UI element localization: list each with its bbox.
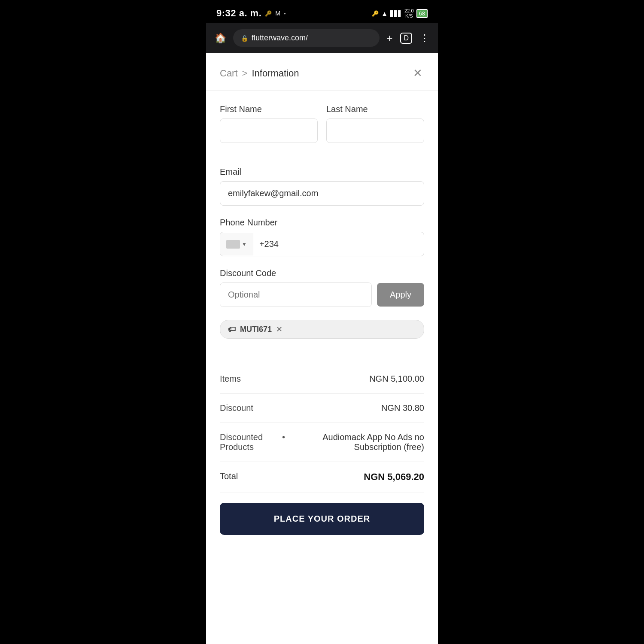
last-name-group: Last Name [326, 104, 424, 143]
home-button[interactable]: 🏠 [215, 33, 226, 44]
signal-icon: ▋▋▋ [390, 10, 402, 17]
close-button[interactable]: ✕ [411, 65, 424, 82]
phone-flag-selector[interactable]: ▼ [220, 233, 253, 255]
first-name-input[interactable] [220, 118, 318, 143]
email-group: Email [220, 167, 424, 206]
applied-code-text: MUTI671 [240, 325, 272, 334]
discount-label: Discount Code [220, 268, 424, 278]
flag-dropdown-arrow: ▼ [242, 241, 247, 247]
breadcrumb-separator: > [242, 68, 248, 79]
add-tab-button[interactable]: + [386, 32, 392, 44]
menu-button[interactable]: ⋮ [420, 33, 429, 44]
order-summary: Items NGN 5,100.00 Discount NGN 30.80 Di… [206, 365, 438, 492]
items-value: NGN 5,100.00 [369, 374, 424, 384]
status-icons: 🔑 [265, 10, 272, 17]
dot-icon: ● [284, 12, 286, 15]
form-section: First Name Last Name Email Phone Number [206, 91, 438, 352]
discounted-products-list: • Audiomack App No Ads no Subscription (… [282, 432, 424, 452]
apply-button[interactable]: Apply [377, 283, 424, 307]
phone-input-wrapper: ▼ [220, 232, 424, 256]
status-left: 9:32 a. m. 🔑 M ● [216, 8, 286, 19]
last-name-label: Last Name [326, 104, 424, 114]
email-input[interactable] [220, 181, 424, 206]
phone-label: Phone Number [220, 218, 424, 228]
bullet-icon: • [282, 432, 285, 442]
discount-row: Apply [220, 283, 424, 307]
flag-icon [226, 240, 240, 249]
discounted-products-label: Discounted Products [220, 432, 282, 452]
last-name-input[interactable] [326, 118, 424, 143]
page-content: Cart > Information ✕ First Name Last Nam… [206, 53, 438, 644]
place-order-button[interactable]: PLACE YOUR ORDER [220, 503, 424, 535]
name-row: First Name Last Name [220, 104, 424, 155]
discount-input-wrapper [220, 283, 372, 307]
discounted-products-row: Discounted Products • Audiomack App No A… [220, 423, 424, 462]
browser-actions: + D ⋮ [386, 32, 429, 44]
remove-tag-button[interactable]: ✕ [276, 325, 283, 334]
discount-value: NGN 30.80 [381, 403, 424, 413]
browser-bar: 🏠 🔒 flutterwave.com/ + D ⋮ [206, 23, 438, 53]
status-right: 🔑 ▲ ▋▋▋ 22.0K/S 68 [372, 8, 428, 18]
battery-level: 68 [416, 9, 428, 18]
mail-icon: M [275, 10, 280, 17]
tab-switcher-button[interactable]: D [400, 33, 412, 44]
total-value: NGN 5,069.20 [364, 471, 424, 483]
discount-label-summary: Discount [220, 403, 253, 413]
cta-section: PLACE YOUR ORDER [206, 492, 438, 552]
breadcrumb-current: Information [252, 68, 299, 79]
status-bar: 9:32 a. m. 🔑 M ● 🔑 ▲ ▋▋▋ 22.0K/S 68 [206, 0, 438, 23]
wifi-icon: ▲ [381, 10, 388, 17]
url-text: flutterwave.com/ [252, 33, 308, 43]
email-label: Email [220, 167, 424, 177]
discount-row-summary: Discount NGN 30.80 [220, 394, 424, 423]
breadcrumb: Cart > Information [220, 68, 299, 79]
items-label: Items [220, 374, 241, 384]
phone-frame: 9:32 a. m. 🔑 M ● 🔑 ▲ ▋▋▋ 22.0K/S 68 🏠 🔒 … [206, 0, 438, 644]
discount-applied-tag: 🏷 MUTI671 ✕ [220, 320, 424, 339]
phone-group: Phone Number ▼ [220, 218, 424, 256]
lock-icon: 🔒 [241, 35, 248, 42]
first-name-group: First Name [220, 104, 318, 143]
breadcrumb-cart[interactable]: Cart [220, 68, 238, 79]
first-name-label: First Name [220, 104, 318, 114]
data-speed: 22.0K/S [404, 8, 413, 18]
items-row: Items NGN 5,100.00 [220, 365, 424, 394]
total-label: Total [220, 471, 238, 481]
discounted-product-text: Audiomack App No Ads no Subscription (fr… [289, 432, 424, 452]
phone-number-input[interactable] [253, 232, 424, 256]
page-header: Cart > Information ✕ [206, 53, 438, 91]
discount-code-input[interactable] [220, 283, 371, 307]
discounted-product-item: • Audiomack App No Ads no Subscription (… [282, 432, 424, 452]
discount-group: Discount Code Apply 🏷 MUTI671 ✕ [220, 268, 424, 352]
total-row: Total NGN 5,069.20 [220, 462, 424, 492]
status-time: 9:32 a. m. [216, 8, 261, 19]
key-icon: 🔑 [372, 10, 379, 17]
address-bar[interactable]: 🔒 flutterwave.com/ [233, 29, 380, 47]
tag-icon: 🏷 [228, 325, 236, 334]
